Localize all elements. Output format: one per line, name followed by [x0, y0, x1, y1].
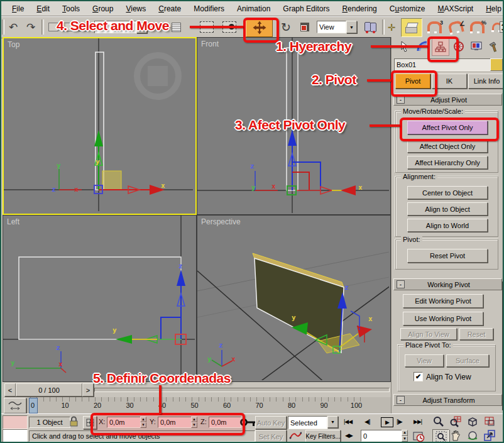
use-pivot-center-icon	[364, 22, 376, 32]
bind-spacewarp-button[interactable]	[77, 19, 90, 35]
time-slider-track[interactable]	[94, 388, 390, 392]
tab-utilities[interactable]	[486, 38, 502, 55]
maxscript-mini-listener-pink[interactable]	[3, 415, 28, 429]
align-to-object-button[interactable]: Align to Object	[407, 202, 488, 216]
select-and-scale-button[interactable]	[297, 19, 313, 35]
use-working-pivot-button[interactable]: Use Working Pivot	[403, 312, 483, 325]
angle-snap-button[interactable]: ∠	[446, 19, 465, 35]
use-pivot-center-button[interactable]	[361, 19, 380, 35]
link-info-tab-button[interactable]: Link Info	[468, 74, 504, 89]
timeline-ruler[interactable]: 0102030405060708090100	[3, 397, 391, 414]
menu-item-help[interactable]: Help	[480, 3, 504, 14]
key-mode-button[interactable]: ◀▶	[345, 432, 353, 439]
align-to-view-checkbox[interactable]: ✔	[414, 372, 423, 381]
viewport-left[interactable]: Left zyzyx	[3, 215, 197, 382]
arc-rotate-button[interactable]	[466, 429, 482, 442]
mini-curve-editor-button[interactable]	[4, 398, 26, 413]
tangent-curve-icon	[289, 430, 302, 441]
reference-coordinate-dropdown[interactable]: View ▼	[317, 21, 357, 33]
menu-item-graph-editors[interactable]: Graph Editors	[277, 3, 335, 14]
time-type-dropdown[interactable]: Selected ▼	[288, 416, 338, 428]
reset-pivot-button[interactable]: Reset Pivot	[407, 249, 488, 263]
menu-item-modifiers[interactable]: Modifiers	[188, 3, 230, 14]
menu-item-edit[interactable]: Edit	[31, 3, 55, 14]
redo-button[interactable]: ↷	[23, 19, 39, 35]
center-to-object-label: Center to Object	[422, 189, 473, 197]
spinner-snap-button[interactable]: ▲▼	[489, 19, 504, 35]
center-to-object-button[interactable]: Center to Object	[407, 186, 488, 199]
time-slider-handle[interactable]: 0 / 100	[16, 383, 82, 397]
axis-label-x: x	[271, 182, 276, 190]
place-pivot-surface-button[interactable]: Surface	[446, 354, 489, 367]
zoom-extents-button[interactable]	[466, 415, 482, 429]
time-slider-prev-button[interactable]: <	[4, 383, 16, 397]
menu-item-group[interactable]: Group	[87, 3, 119, 14]
undo-button[interactable]: ↶	[5, 19, 21, 35]
goto-end-button[interactable]: ▶▶|	[414, 418, 422, 425]
select-and-link-button[interactable]	[47, 19, 60, 35]
select-and-rotate-button[interactable]: ↻	[277, 19, 295, 35]
select-by-name-icon	[172, 23, 181, 32]
reset-pivot-label: Reset Pivot	[430, 252, 465, 260]
pan-button[interactable]	[449, 429, 465, 442]
menu-item-views[interactable]: Views	[120, 3, 151, 14]
edit-working-pivot-button[interactable]: Edit Working Pivot	[403, 294, 483, 308]
zoom-region-button[interactable]	[432, 429, 449, 443]
select-and-manipulate-button[interactable]: ✛	[385, 19, 398, 35]
unlink-selection-button[interactable]	[62, 19, 75, 35]
key-mode-icon: ◀▶	[345, 432, 353, 439]
menu-item-customize[interactable]: Customize	[384, 3, 431, 14]
viewport-perspective[interactable]: Perspective	[197, 215, 391, 382]
align-to-view-button[interactable]: Align To View	[400, 328, 457, 340]
selection-filter-dropdown[interactable]: ▼	[94, 21, 147, 33]
affect-hierarchy-only-label: Affect Hierarchy Only	[415, 159, 480, 167]
goto-start-button[interactable]: |◀◀	[344, 418, 352, 425]
time-slider-next-button[interactable]: >	[82, 383, 94, 397]
prev-frame-button[interactable]: ◀||	[364, 418, 370, 425]
snap-toggle-button[interactable]: 3	[425, 19, 444, 35]
menu-item-animation[interactable]: Animation	[231, 3, 276, 14]
current-frame-field[interactable]: 0	[361, 430, 405, 442]
next-frame-button[interactable]: ||▶	[397, 418, 402, 425]
menu-item-rendering[interactable]: Rendering	[336, 3, 382, 14]
auto-key-button[interactable]: Auto Key	[255, 416, 287, 429]
key-filters-button[interactable]: Key Filters...	[305, 430, 341, 443]
play-button[interactable]: ▶	[381, 417, 393, 427]
zoom-button[interactable]	[432, 415, 448, 429]
percent-snap-button[interactable]: %	[468, 19, 486, 35]
time-configuration-button[interactable]	[412, 430, 425, 443]
place-pivot-to-group: Place Pivot To: View Surface ✔ Align To …	[398, 345, 496, 391]
select-object-button[interactable]: ↖	[151, 19, 166, 35]
maximize-viewport-button[interactable]	[483, 429, 499, 442]
axis-label-z: z	[219, 341, 223, 349]
object-color-swatch[interactable]	[490, 58, 503, 71]
ik-tab-label: IK	[446, 77, 452, 85]
tab-display[interactable]	[468, 38, 485, 55]
affect-hierarchy-only-button[interactable]: Affect Hierarchy Only	[407, 156, 488, 169]
keyboard-override-button[interactable]	[401, 18, 422, 37]
selection-lock-button[interactable]	[68, 416, 79, 429]
menu-item-file[interactable]: File	[6, 3, 30, 14]
viewport-top[interactable]: Top yxyzx	[3, 37, 197, 215]
menu-item-maxscript[interactable]: MAXScript	[432, 3, 479, 14]
zoom-extents-all-button[interactable]	[483, 415, 499, 429]
viewport-front[interactable]: Front xzyx	[197, 37, 391, 215]
default-in-out-tangent-button[interactable]	[289, 430, 302, 442]
maxscript-mini-listener-white[interactable]	[3, 429, 28, 443]
reset-button[interactable]: Reset	[459, 328, 493, 340]
axis-label-y: y	[96, 158, 100, 166]
align-to-object-label: Align to Object	[425, 205, 470, 213]
menu-item-create[interactable]: Create	[153, 3, 187, 14]
reference-coordinate-value: View	[317, 21, 346, 33]
zoom-all-button[interactable]	[449, 415, 465, 429]
working-pivot-rollout[interactable]: - Working Pivot	[393, 278, 502, 290]
place-pivot-view-button[interactable]: View	[405, 354, 444, 367]
axis-label-x: x	[358, 183, 363, 192]
menu-item-tools[interactable]: Tools	[57, 3, 85, 14]
align-to-world-button[interactable]: Align to World	[407, 219, 488, 232]
adjust-transform-rollout[interactable]: - Adjust Transform	[393, 394, 502, 406]
frame-spinner[interactable]: ▲▼	[402, 430, 408, 442]
set-key-button[interactable]: Set Key	[255, 430, 287, 443]
affect-object-only-button[interactable]: Affect Object Only	[407, 139, 488, 153]
select-by-name-button[interactable]	[168, 19, 184, 35]
